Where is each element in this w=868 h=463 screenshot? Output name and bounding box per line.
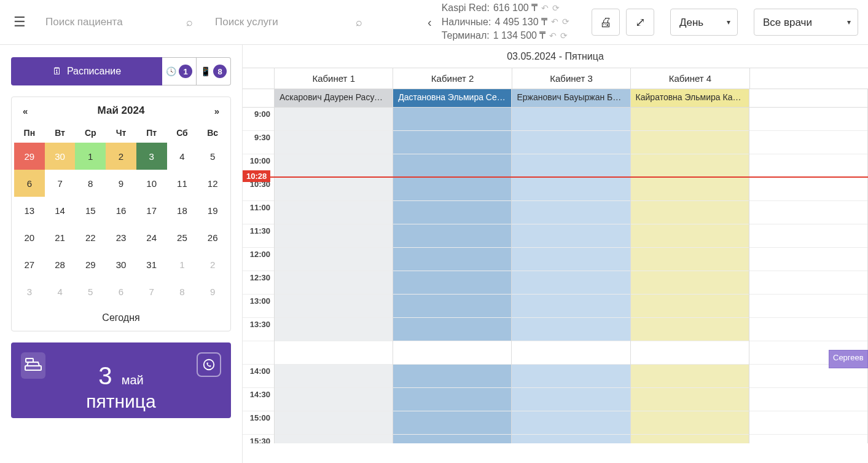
schedule-slot[interactable]	[393, 435, 511, 443]
view-mode-select[interactable]: День	[670, 9, 738, 36]
schedule-slot[interactable]	[393, 224, 511, 248]
schedule-slot[interactable]	[631, 131, 749, 154]
schedule-slot[interactable]	[275, 154, 393, 178]
schedule-slot[interactable]	[631, 341, 749, 365]
schedule-slot[interactable]	[512, 154, 630, 178]
schedule-slot[interactable]	[275, 341, 393, 365]
calendar-day[interactable]: 6	[14, 170, 45, 197]
schedule-slot[interactable]	[393, 271, 511, 295]
schedule-slot[interactable]	[512, 318, 630, 341]
schedule-slot[interactable]	[393, 388, 511, 411]
schedule-slot[interactable]	[631, 271, 749, 295]
whatsapp-icon[interactable]	[197, 352, 221, 377]
calendar-day[interactable]: 29	[14, 143, 45, 170]
schedule-slot[interactable]	[512, 341, 630, 365]
doctor-filter-select[interactable]: Все врачи	[754, 9, 858, 36]
sync-icon[interactable]: ⟳	[562, 16, 569, 28]
calendar-day[interactable]: 11	[167, 170, 198, 197]
calendar-day[interactable]: 28	[45, 251, 76, 278]
calendar-day[interactable]: 14	[45, 197, 76, 224]
schedule-slot[interactable]	[749, 318, 867, 341]
schedule-slot[interactable]	[631, 224, 749, 248]
schedule-slot[interactable]	[393, 131, 511, 154]
mobile-badge-button[interactable]: 📱 8	[197, 57, 231, 85]
schedule-slot[interactable]	[275, 295, 393, 318]
schedule-slot[interactable]	[275, 131, 393, 154]
schedule-slot[interactable]	[512, 108, 630, 131]
schedule-slot[interactable]	[631, 318, 749, 341]
schedule-slot[interactable]	[275, 318, 393, 341]
schedule-slot[interactable]	[749, 131, 867, 154]
schedule-slot[interactable]	[749, 201, 867, 224]
schedule-slot[interactable]	[749, 388, 867, 411]
schedule-slot[interactable]	[512, 411, 630, 435]
calendar-day[interactable]: 31	[136, 251, 167, 278]
calendar-day[interactable]: 30	[106, 251, 136, 278]
calendar-day[interactable]: 8	[167, 278, 198, 305]
calendar-day[interactable]: 26	[197, 224, 228, 251]
schedule-slot[interactable]	[631, 248, 749, 271]
chevron-left-icon[interactable]: ‹	[424, 12, 436, 33]
calendar-day[interactable]: 20	[14, 224, 45, 251]
schedule-slot[interactable]	[749, 435, 867, 443]
calendar-day[interactable]: 3	[136, 143, 167, 170]
schedule-slot[interactable]	[749, 224, 867, 248]
undo-icon[interactable]: ↶	[549, 30, 557, 42]
calendar-day[interactable]: 8	[75, 170, 106, 197]
doctor-header[interactable]: Аскарович Даурен Расулов	[275, 89, 393, 107]
calendar-day[interactable]: 21	[45, 224, 76, 251]
calendar-day[interactable]: 9	[197, 278, 228, 305]
calendar-day[interactable]: 2	[197, 251, 228, 278]
schedule-slot[interactable]	[512, 201, 630, 224]
print-button[interactable]: 🖨	[592, 9, 620, 36]
schedule-slot[interactable]	[275, 201, 393, 224]
calendar-day[interactable]: 4	[45, 278, 76, 305]
sync-icon[interactable]: ⟳	[552, 2, 560, 15]
schedule-slot[interactable]	[275, 365, 393, 388]
schedule-slot[interactable]	[631, 388, 749, 411]
schedule-slot[interactable]	[512, 365, 630, 388]
calendar-day[interactable]: 1	[75, 143, 106, 170]
cash-register-icon[interactable]	[21, 352, 45, 379]
schedule-slot[interactable]	[631, 108, 749, 131]
calendar-day[interactable]: 9	[106, 170, 136, 197]
calendar-day[interactable]: 27	[14, 251, 45, 278]
calendar-day[interactable]: 23	[106, 224, 136, 251]
schedule-slot[interactable]	[275, 224, 393, 248]
calendar-day[interactable]: 22	[75, 224, 106, 251]
calendar-day[interactable]: 15	[75, 197, 106, 224]
schedule-slot[interactable]	[631, 201, 749, 224]
schedule-slot[interactable]	[512, 295, 630, 318]
schedule-slot[interactable]	[512, 388, 630, 411]
schedule-slot[interactable]	[749, 108, 867, 131]
schedule-slot[interactable]	[393, 365, 511, 388]
sync-icon[interactable]: ⟳	[560, 30, 568, 42]
schedule-slot[interactable]	[275, 271, 393, 295]
calendar-day[interactable]: 19	[197, 197, 228, 224]
schedule-slot[interactable]	[393, 318, 511, 341]
search-service-input[interactable]	[209, 9, 369, 36]
schedule-slot[interactable]	[393, 295, 511, 318]
calendar-day[interactable]: 24	[136, 224, 167, 251]
schedule-event[interactable]: Сергеев	[829, 350, 868, 368]
schedule-slot[interactable]	[393, 178, 511, 201]
calendar-day[interactable]: 5	[197, 143, 228, 170]
schedule-slot[interactable]	[512, 271, 630, 295]
calendar-day[interactable]: 18	[167, 197, 198, 224]
calendar-day[interactable]: 4	[167, 143, 198, 170]
schedule-slot[interactable]	[512, 248, 630, 271]
schedule-slot[interactable]	[275, 388, 393, 411]
schedule-slot[interactable]	[631, 295, 749, 318]
schedule-slot[interactable]	[749, 411, 867, 435]
calendar-prev[interactable]: «	[23, 106, 28, 116]
calendar-day[interactable]: 2	[106, 143, 136, 170]
schedule-slot[interactable]	[393, 201, 511, 224]
schedule-slot[interactable]	[393, 341, 511, 365]
schedule-slot[interactable]	[393, 154, 511, 178]
calendar-day[interactable]: 10	[136, 170, 167, 197]
doctor-header[interactable]: Кайратовна Эльмира Кари…	[631, 89, 749, 107]
schedule-slot[interactable]	[275, 411, 393, 435]
history-badge-button[interactable]: 🕓 1	[162, 57, 197, 85]
schedule-slot[interactable]	[275, 248, 393, 271]
search-patient-input[interactable]	[39, 9, 199, 36]
